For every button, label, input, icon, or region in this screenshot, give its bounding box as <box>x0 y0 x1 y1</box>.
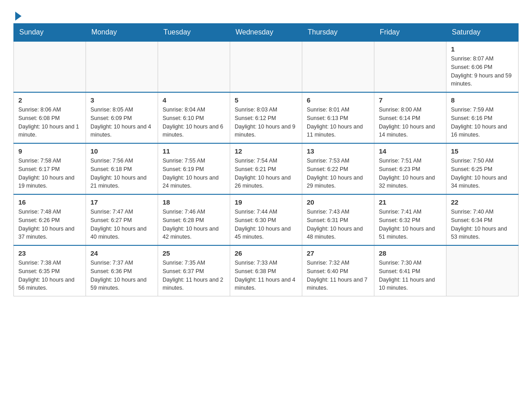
calendar-cell: 2Sunrise: 8:06 AM Sunset: 6:08 PM Daylig… <box>14 92 86 143</box>
day-number: 10 <box>90 147 153 155</box>
calendar-cell <box>86 41 158 92</box>
logo <box>13 9 21 19</box>
calendar-cell <box>446 245 519 296</box>
day-info: Sunrise: 8:03 AM Sunset: 6:12 PM Dayligh… <box>235 106 297 139</box>
day-info: Sunrise: 7:48 AM Sunset: 6:26 PM Dayligh… <box>18 208 81 241</box>
column-header-thursday: Thursday <box>302 24 374 42</box>
day-number: 27 <box>307 249 369 257</box>
day-info: Sunrise: 7:53 AM Sunset: 6:22 PM Dayligh… <box>307 157 369 190</box>
day-number: 11 <box>163 147 225 155</box>
day-info: Sunrise: 7:59 AM Sunset: 6:16 PM Dayligh… <box>451 106 514 139</box>
calendar-cell <box>14 41 86 92</box>
calendar-cell: 10Sunrise: 7:56 AM Sunset: 6:18 PM Dayli… <box>86 143 158 194</box>
calendar-cell: 21Sunrise: 7:41 AM Sunset: 6:32 PM Dayli… <box>374 194 446 245</box>
calendar-cell: 16Sunrise: 7:48 AM Sunset: 6:26 PM Dayli… <box>14 194 86 245</box>
day-number: 28 <box>379 249 442 257</box>
day-info: Sunrise: 8:07 AM Sunset: 6:06 PM Dayligh… <box>451 55 514 88</box>
day-info: Sunrise: 7:51 AM Sunset: 6:23 PM Dayligh… <box>379 157 442 190</box>
page-header <box>13 9 519 19</box>
day-info: Sunrise: 8:00 AM Sunset: 6:14 PM Dayligh… <box>379 106 442 139</box>
day-number: 4 <box>163 96 225 104</box>
day-number: 25 <box>163 249 225 257</box>
day-info: Sunrise: 8:05 AM Sunset: 6:09 PM Dayligh… <box>90 106 153 139</box>
day-number: 3 <box>90 96 153 104</box>
day-info: Sunrise: 7:30 AM Sunset: 6:41 PM Dayligh… <box>379 259 442 292</box>
day-info: Sunrise: 7:38 AM Sunset: 6:35 PM Dayligh… <box>18 259 81 292</box>
calendar-cell: 15Sunrise: 7:50 AM Sunset: 6:25 PM Dayli… <box>446 143 519 194</box>
day-number: 2 <box>18 96 81 104</box>
day-info: Sunrise: 8:04 AM Sunset: 6:10 PM Dayligh… <box>163 106 225 139</box>
day-info: Sunrise: 7:41 AM Sunset: 6:32 PM Dayligh… <box>379 208 442 241</box>
calendar-cell: 25Sunrise: 7:35 AM Sunset: 6:37 PM Dayli… <box>158 245 230 296</box>
calendar-cell: 9Sunrise: 7:58 AM Sunset: 6:17 PM Daylig… <box>14 143 86 194</box>
calendar-cell: 26Sunrise: 7:33 AM Sunset: 6:38 PM Dayli… <box>230 245 302 296</box>
day-info: Sunrise: 8:06 AM Sunset: 6:08 PM Dayligh… <box>18 106 81 139</box>
calendar-cell: 3Sunrise: 8:05 AM Sunset: 6:09 PM Daylig… <box>86 92 158 143</box>
day-number: 8 <box>451 96 514 104</box>
day-info: Sunrise: 7:56 AM Sunset: 6:18 PM Dayligh… <box>90 157 153 190</box>
column-header-saturday: Saturday <box>446 24 519 42</box>
calendar-week-row: 16Sunrise: 7:48 AM Sunset: 6:26 PM Dayli… <box>14 194 519 245</box>
day-info: Sunrise: 7:40 AM Sunset: 6:34 PM Dayligh… <box>451 208 514 241</box>
calendar-cell <box>158 41 230 92</box>
calendar-cell: 1Sunrise: 8:07 AM Sunset: 6:06 PM Daylig… <box>446 41 519 92</box>
column-header-wednesday: Wednesday <box>230 24 302 42</box>
day-info: Sunrise: 7:47 AM Sunset: 6:27 PM Dayligh… <box>90 208 153 241</box>
calendar-week-row: 9Sunrise: 7:58 AM Sunset: 6:17 PM Daylig… <box>14 143 519 194</box>
day-number: 19 <box>235 198 297 206</box>
day-number: 26 <box>235 249 297 257</box>
day-number: 9 <box>18 147 81 155</box>
day-info: Sunrise: 7:50 AM Sunset: 6:25 PM Dayligh… <box>451 157 514 190</box>
calendar-cell: 4Sunrise: 8:04 AM Sunset: 6:10 PM Daylig… <box>158 92 230 143</box>
calendar-header-row: SundayMondayTuesdayWednesdayThursdayFrid… <box>14 24 519 42</box>
calendar-cell <box>230 41 302 92</box>
calendar-cell: 28Sunrise: 7:30 AM Sunset: 6:41 PM Dayli… <box>374 245 446 296</box>
day-info: Sunrise: 7:33 AM Sunset: 6:38 PM Dayligh… <box>235 259 297 292</box>
calendar-cell: 7Sunrise: 8:00 AM Sunset: 6:14 PM Daylig… <box>374 92 446 143</box>
day-info: Sunrise: 7:46 AM Sunset: 6:28 PM Dayligh… <box>163 208 225 241</box>
calendar-week-row: 23Sunrise: 7:38 AM Sunset: 6:35 PM Dayli… <box>14 245 519 296</box>
column-header-monday: Monday <box>86 24 158 42</box>
day-number: 18 <box>163 198 225 206</box>
day-number: 24 <box>90 249 153 257</box>
column-header-friday: Friday <box>374 24 446 42</box>
day-info: Sunrise: 7:43 AM Sunset: 6:31 PM Dayligh… <box>307 208 369 241</box>
day-number: 17 <box>90 198 153 206</box>
day-info: Sunrise: 8:01 AM Sunset: 6:13 PM Dayligh… <box>307 106 369 139</box>
calendar-cell: 27Sunrise: 7:32 AM Sunset: 6:40 PM Dayli… <box>302 245 374 296</box>
day-info: Sunrise: 7:35 AM Sunset: 6:37 PM Dayligh… <box>163 259 225 292</box>
day-info: Sunrise: 7:55 AM Sunset: 6:19 PM Dayligh… <box>163 157 225 190</box>
column-header-sunday: Sunday <box>14 24 86 42</box>
calendar-cell: 18Sunrise: 7:46 AM Sunset: 6:28 PM Dayli… <box>158 194 230 245</box>
day-info: Sunrise: 7:44 AM Sunset: 6:30 PM Dayligh… <box>235 208 297 241</box>
calendar-cell: 14Sunrise: 7:51 AM Sunset: 6:23 PM Dayli… <box>374 143 446 194</box>
day-info: Sunrise: 7:32 AM Sunset: 6:40 PM Dayligh… <box>307 259 369 292</box>
day-number: 13 <box>307 147 369 155</box>
day-number: 7 <box>379 96 442 104</box>
logo-arrow-icon <box>15 12 21 21</box>
calendar-cell: 8Sunrise: 7:59 AM Sunset: 6:16 PM Daylig… <box>446 92 519 143</box>
day-number: 12 <box>235 147 297 155</box>
calendar-cell: 11Sunrise: 7:55 AM Sunset: 6:19 PM Dayli… <box>158 143 230 194</box>
calendar-cell: 5Sunrise: 8:03 AM Sunset: 6:12 PM Daylig… <box>230 92 302 143</box>
day-number: 16 <box>18 198 81 206</box>
day-info: Sunrise: 7:37 AM Sunset: 6:36 PM Dayligh… <box>90 259 153 292</box>
day-number: 15 <box>451 147 514 155</box>
calendar-cell: 20Sunrise: 7:43 AM Sunset: 6:31 PM Dayli… <box>302 194 374 245</box>
calendar-week-row: 1Sunrise: 8:07 AM Sunset: 6:06 PM Daylig… <box>14 41 519 92</box>
day-number: 20 <box>307 198 369 206</box>
day-number: 14 <box>379 147 442 155</box>
column-header-tuesday: Tuesday <box>158 24 230 42</box>
calendar-cell: 12Sunrise: 7:54 AM Sunset: 6:21 PM Dayli… <box>230 143 302 194</box>
calendar-cell <box>302 41 374 92</box>
calendar-cell <box>374 41 446 92</box>
calendar-cell: 13Sunrise: 7:53 AM Sunset: 6:22 PM Dayli… <box>302 143 374 194</box>
calendar-cell: 6Sunrise: 8:01 AM Sunset: 6:13 PM Daylig… <box>302 92 374 143</box>
day-number: 23 <box>18 249 81 257</box>
day-number: 5 <box>235 96 297 104</box>
calendar-table: SundayMondayTuesdayWednesdayThursdayFrid… <box>13 23 519 296</box>
day-number: 21 <box>379 198 442 206</box>
day-number: 1 <box>451 45 514 53</box>
calendar-week-row: 2Sunrise: 8:06 AM Sunset: 6:08 PM Daylig… <box>14 92 519 143</box>
calendar-cell: 17Sunrise: 7:47 AM Sunset: 6:27 PM Dayli… <box>86 194 158 245</box>
